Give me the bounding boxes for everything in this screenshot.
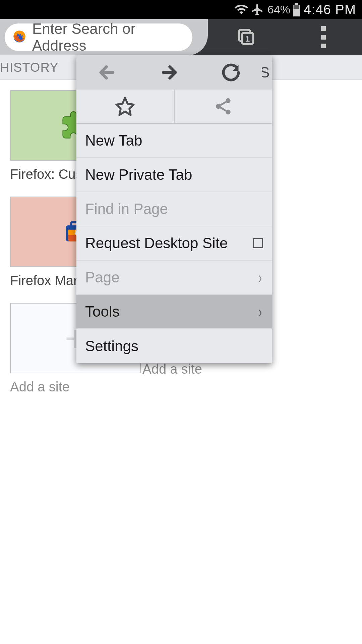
browser-toolbar: Enter Search or Address 1 [0,19,362,55]
menu-item-find-in-page: Find in Page [76,192,272,226]
back-button[interactable] [76,55,138,90]
tabs-button[interactable]: 1 [208,29,285,46]
chevron-right-icon: › [259,268,262,287]
chevron-right-icon: › [259,302,262,321]
airplane-icon [251,3,264,16]
firefox-icon [13,30,26,45]
stop-button-edge[interactable]: S [262,55,272,90]
svg-point-9 [226,110,231,115]
share-button[interactable] [175,90,272,123]
add-site-label[interactable]: Add a site [142,362,275,377]
url-bar-container: Enter Search or Address [0,19,208,55]
menu-item-settings[interactable]: Settings [76,329,272,363]
overflow-menu-button[interactable] [285,26,362,48]
star-icon [115,96,135,117]
bookmark-button[interactable] [76,90,175,123]
status-bar: 64% 4:46 PM [0,0,362,19]
url-bar[interactable]: Enter Search or Address [5,23,192,51]
overflow-menu-icon [321,26,326,48]
menu-item-new-private-tab[interactable]: New Private Tab [76,158,272,192]
page-content: HISTORY Firefox: Customi Firefox Marketp… [0,55,362,644]
share-icon [214,97,233,116]
menu-item-tools[interactable]: Tools › [76,295,272,329]
svg-rect-2 [294,5,299,9]
forward-button[interactable] [138,55,200,90]
battery-percent: 64% [267,3,290,16]
svg-text:1: 1 [245,34,250,43]
add-site-row: Add a site [0,362,362,377]
svg-rect-1 [295,3,298,5]
arrow-forward-icon [159,63,179,82]
url-placeholder: Enter Search or Address [32,20,184,54]
svg-point-7 [226,98,231,103]
arrow-back-icon [98,63,117,82]
menu-item-new-tab[interactable]: New Tab [76,124,272,158]
reload-icon [222,63,240,82]
tile-label: Add a site [10,379,134,394]
menu-item-request-desktop[interactable]: Request Desktop Site [76,226,272,261]
svg-point-8 [216,104,221,109]
menu-nav-row: S [76,55,272,90]
battery-icon [292,3,300,16]
clock: 4:46 PM [304,2,356,17]
checkbox-icon[interactable] [253,238,263,248]
overflow-menu-panel: S New Tab New Private Tab Find in [76,55,272,363]
menu-icon-row [76,90,272,124]
menu-item-page: Page › [76,261,272,295]
wifi-icon [235,3,248,16]
reload-button[interactable] [200,55,262,90]
